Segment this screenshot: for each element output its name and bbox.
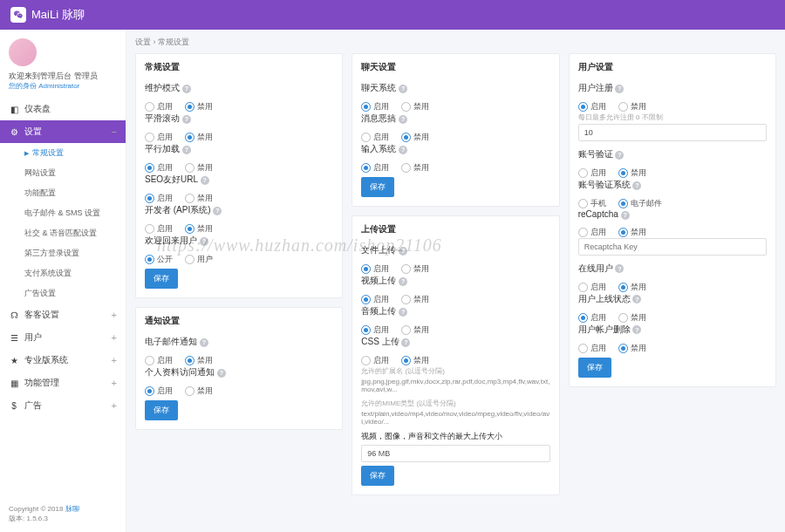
radio-off[interactable]: 禁用 xyxy=(401,324,429,336)
limit-input[interactable] xyxy=(578,124,767,141)
save-button[interactable]: 保存 xyxy=(361,466,394,486)
radio-on[interactable]: 启用 xyxy=(578,343,606,354)
help-icon[interactable]: ? xyxy=(182,146,191,154)
help-icon[interactable]: ? xyxy=(615,264,624,273)
radio-on[interactable]: 启用 xyxy=(361,294,389,305)
subnav-payment[interactable]: 支付系统设置 xyxy=(0,263,126,283)
nav-dashboard[interactable]: ◧ 仪表盘 xyxy=(0,98,126,120)
save-button[interactable]: 保存 xyxy=(145,269,178,289)
radio-off[interactable]: 禁用 xyxy=(185,385,213,397)
radio-off[interactable]: 禁用 xyxy=(618,227,646,238)
radio-on[interactable]: 启用 xyxy=(145,193,173,204)
subnav-email-sms[interactable]: 电子邮件 & SMS 设置 xyxy=(0,203,126,223)
help-icon[interactable]: ? xyxy=(182,85,191,93)
help-icon[interactable]: ? xyxy=(621,211,630,220)
radio-off[interactable]: 禁用 xyxy=(401,132,429,143)
brand-link[interactable]: 脉聊 xyxy=(65,505,79,513)
help-icon[interactable]: ? xyxy=(401,338,410,347)
help-icon[interactable]: ? xyxy=(217,369,226,378)
setting-label: 用户注册 ? xyxy=(578,83,625,92)
help-icon[interactable]: ? xyxy=(200,338,208,347)
radio-on[interactable]: 启用 xyxy=(578,227,606,238)
radio-on[interactable]: 启用 xyxy=(578,101,606,113)
nav-users[interactable]: ☰ 用户 + xyxy=(0,326,126,349)
main-content: 设置 › 常规设置 常规设置 维护模式 ? 启用 禁用 平滑滚动 ? 启用 禁用… xyxy=(126,30,785,532)
radio-off[interactable]: 禁用 xyxy=(618,312,646,324)
radio-off[interactable]: 用户 xyxy=(185,254,213,265)
nav-func[interactable]: ▦ 功能管理 + xyxy=(0,372,126,394)
nav-customer[interactable]: ☊ 客客设置 + xyxy=(0,304,126,326)
setting-row: 用户上线状态 ? xyxy=(578,293,767,305)
radio-on[interactable]: 启用 xyxy=(578,282,606,293)
radio-off[interactable]: 禁用 xyxy=(618,282,646,293)
help-icon[interactable]: ? xyxy=(399,308,407,317)
nav-pro[interactable]: ★ 专业版系统 + xyxy=(0,349,126,372)
radio-off[interactable]: 电子邮件 xyxy=(618,198,662,209)
help-icon[interactable]: ? xyxy=(213,207,222,215)
radio-off[interactable]: 禁用 xyxy=(401,294,429,305)
radio-on[interactable]: 启用 xyxy=(145,162,173,174)
help-icon[interactable]: ? xyxy=(399,247,407,256)
radio-on[interactable]: 启用 xyxy=(578,312,606,324)
radio-on[interactable]: 启用 xyxy=(578,167,606,179)
radio-off[interactable]: 禁用 xyxy=(185,132,213,143)
help-icon[interactable]: ? xyxy=(399,115,407,124)
help-icon[interactable]: ? xyxy=(615,85,624,93)
recaptcha-key-input[interactable] xyxy=(578,238,767,256)
radio-off[interactable]: 禁用 xyxy=(618,167,646,179)
radio-on[interactable]: 启用 xyxy=(361,324,389,336)
radio-on[interactable]: 启用 xyxy=(145,101,173,113)
radio-off[interactable]: 禁用 xyxy=(618,101,646,113)
nav-settings[interactable]: ⚙ 设置 − xyxy=(0,120,126,143)
radio-off[interactable]: 禁用 xyxy=(185,355,213,366)
radio-off[interactable]: 禁用 xyxy=(185,223,213,235)
radio-on[interactable]: 启用 xyxy=(361,263,389,275)
subnav-social[interactable]: 社交 & 语音匹配设置 xyxy=(0,223,126,243)
avatar[interactable] xyxy=(9,38,37,66)
radio-off[interactable]: 禁用 xyxy=(401,355,429,366)
radio-off[interactable]: 禁用 xyxy=(401,162,429,174)
subnav-feature[interactable]: 功能配置 xyxy=(0,183,126,203)
subnav-site[interactable]: 网站设置 xyxy=(0,163,126,183)
radio-on[interactable]: 启用 xyxy=(145,132,173,143)
radio-off[interactable]: 禁用 xyxy=(401,263,429,275)
radio-on[interactable]: 启用 xyxy=(361,162,389,174)
setting-label: 平行加载 ? xyxy=(145,144,191,153)
radio-off[interactable]: 禁用 xyxy=(185,193,213,204)
help-icon[interactable]: ? xyxy=(632,325,641,334)
help-icon[interactable]: ? xyxy=(632,181,641,190)
radio-on[interactable]: 启用 xyxy=(145,385,173,397)
help-icon[interactable]: ? xyxy=(399,277,407,286)
radio-on[interactable]: 启用 xyxy=(361,101,389,113)
radio-on[interactable]: 启用 xyxy=(361,355,389,366)
upload-size-label: 视频，图像，声音和文件的最大上传大小 xyxy=(361,431,550,442)
setting-label: 输入系统 ? xyxy=(361,144,407,153)
radio-on[interactable]: 启用 xyxy=(145,355,173,366)
help-icon[interactable]: ? xyxy=(399,85,407,93)
radio-off[interactable]: 禁用 xyxy=(185,162,213,174)
subnav-login[interactable]: 第三方登录设置 xyxy=(0,243,126,263)
radio-on[interactable]: 手机 xyxy=(578,198,606,209)
nav-label: 仪表盘 xyxy=(24,103,51,115)
radio-off[interactable]: 禁用 xyxy=(185,101,213,113)
hint-value: jpg,png,jpeg,gif,mkv,docx,zip,rar,pdf,do… xyxy=(361,378,550,393)
nav-ads[interactable]: $ 广告 + xyxy=(0,394,126,417)
upload-size-select[interactable]: 96 MB xyxy=(361,445,550,462)
help-icon[interactable]: ? xyxy=(632,295,641,304)
help-icon[interactable]: ? xyxy=(201,176,209,185)
radio-off[interactable]: 禁用 xyxy=(401,101,429,113)
dashboard-icon: ◧ xyxy=(9,104,19,114)
radio-on[interactable]: 公开 xyxy=(145,254,173,265)
help-icon[interactable]: ? xyxy=(399,146,407,154)
subnav-ads[interactable]: 广告设置 xyxy=(0,283,126,304)
save-button[interactable]: 保存 xyxy=(145,400,178,420)
radio-on[interactable]: 启用 xyxy=(145,223,173,235)
subnav-general[interactable]: 常规设置 xyxy=(0,143,126,163)
save-button[interactable]: 保存 xyxy=(361,177,394,197)
radio-on[interactable]: 启用 xyxy=(361,132,389,143)
help-icon[interactable]: ? xyxy=(615,151,624,160)
help-icon[interactable]: ? xyxy=(200,237,208,246)
save-button[interactable]: 保存 xyxy=(578,358,611,378)
help-icon[interactable]: ? xyxy=(182,115,191,124)
radio-off[interactable]: 禁用 xyxy=(618,343,646,354)
